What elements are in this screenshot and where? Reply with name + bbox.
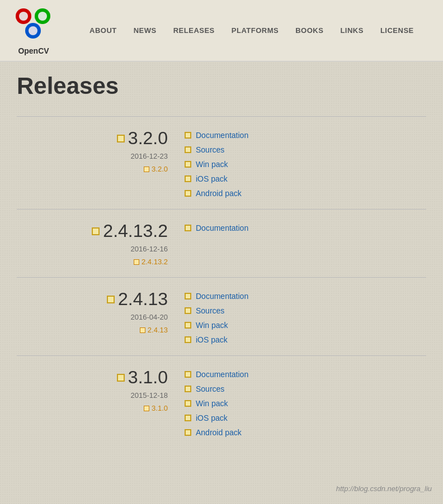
svg-point-3 <box>38 12 47 21</box>
link-icon <box>185 386 191 392</box>
nav-item-releases[interactable]: RELEASES <box>173 26 215 35</box>
nav-item-license[interactable]: LICENSE <box>380 26 414 35</box>
tag-label: 3.2.0 <box>152 165 168 173</box>
nav-item-about[interactable]: ABOUT <box>89 26 117 35</box>
link-icon <box>185 307 191 314</box>
release-left: 2.4.13.22016-12-162.4.13.2 <box>17 221 185 266</box>
link-icon <box>185 371 191 378</box>
release-link-sources[interactable]: Sources <box>185 145 426 154</box>
tag-icon <box>144 406 149 411</box>
link-icon <box>185 225 191 231</box>
link-label: iOS pack <box>196 174 228 183</box>
release-row: 2.4.132016-04-202.4.13DocumentationSourc… <box>17 277 426 355</box>
link-icon <box>185 415 191 421</box>
tag-label: 2.4.13 <box>148 326 168 334</box>
release-link-android-pack[interactable]: Android pack <box>185 189 426 198</box>
link-icon <box>185 161 191 168</box>
link-icon <box>185 400 191 407</box>
release-version: 3.1.0 <box>117 367 168 388</box>
release-left: 3.1.02015-12-183.1.0 <box>17 367 185 437</box>
version-icon <box>107 296 115 303</box>
version-icon <box>92 227 100 235</box>
release-row: 2.4.13.22016-12-162.4.13.2Documentation <box>17 209 426 277</box>
link-icon <box>185 336 191 343</box>
version-icon <box>117 135 125 142</box>
page-content: Releases 3.2.02016-12-233.2.0Documentati… <box>0 61 443 459</box>
release-left: 2.4.132016-04-202.4.13 <box>17 289 185 344</box>
watermark: http://blog.csdn.net/progra_liu <box>336 484 432 493</box>
release-version: 2.4.13.2 <box>92 221 168 241</box>
tag-icon <box>140 327 145 333</box>
release-right: DocumentationSourcesWin packiOS packAndr… <box>185 367 426 437</box>
link-label: Sources <box>196 306 224 315</box>
release-link-sources[interactable]: Sources <box>185 306 426 315</box>
release-tag[interactable]: 3.1.0 <box>144 404 168 412</box>
link-icon <box>185 190 191 197</box>
logo-text: OpenCV <box>18 46 49 55</box>
release-row: 3.1.02015-12-183.1.0DocumentationSources… <box>17 355 426 448</box>
version-number: 2.4.13 <box>118 289 168 310</box>
version-number: 3.1.0 <box>128 367 168 388</box>
link-label: Android pack <box>196 189 242 198</box>
releases-container: 3.2.02016-12-233.2.0DocumentationSources… <box>17 116 426 448</box>
release-link-ios-pack[interactable]: iOS pack <box>185 174 426 183</box>
nav-item-books[interactable]: BOOKS <box>295 26 323 35</box>
svg-point-5 <box>29 26 37 35</box>
link-label: Documentation <box>196 224 248 232</box>
link-icon <box>185 429 191 436</box>
release-date: 2016-04-20 <box>131 313 168 321</box>
release-link-documentation[interactable]: Documentation <box>185 131 426 140</box>
tag-icon <box>144 167 149 172</box>
nav-item-platforms[interactable]: PLATFORMS <box>232 26 279 35</box>
link-label: Win pack <box>196 399 228 408</box>
release-right: Documentation <box>185 221 426 266</box>
release-date: 2015-12-18 <box>131 391 168 400</box>
release-version: 2.4.13 <box>107 289 168 310</box>
link-label: Win pack <box>196 160 228 169</box>
release-date: 2016-12-16 <box>131 245 168 253</box>
release-row: 3.2.02016-12-233.2.0DocumentationSources… <box>17 116 426 209</box>
link-label: iOS pack <box>196 335 228 344</box>
release-version: 3.2.0 <box>117 128 168 149</box>
release-left: 3.2.02016-12-233.2.0 <box>17 128 185 198</box>
site-header: OpenCV ABOUTNEWSRELEASESPLATFORMSBOOKSLI… <box>0 0 443 61</box>
link-label: Win pack <box>196 321 228 330</box>
logo-area: OpenCV <box>11 6 56 55</box>
release-link-win-pack[interactable]: Win pack <box>185 321 426 330</box>
link-icon <box>185 146 191 153</box>
release-link-win-pack[interactable]: Win pack <box>185 399 426 408</box>
release-link-android-pack[interactable]: Android pack <box>185 428 426 437</box>
release-tag[interactable]: 2.4.13.2 <box>134 258 168 266</box>
main-nav: ABOUTNEWSRELEASESPLATFORMSBOOKSLINKSLICE… <box>89 26 414 35</box>
link-label: Sources <box>196 145 224 154</box>
nav-item-links[interactable]: LINKS <box>340 26 364 35</box>
tag-label: 2.4.13.2 <box>142 258 168 266</box>
svg-point-1 <box>19 12 28 21</box>
version-number: 2.4.13.2 <box>103 221 168 241</box>
link-label: Documentation <box>196 131 248 140</box>
release-link-documentation[interactable]: Documentation <box>185 370 426 379</box>
release-link-ios-pack[interactable]: iOS pack <box>185 335 426 344</box>
version-number: 3.2.0 <box>128 128 168 149</box>
release-right: DocumentationSourcesWin packiOS pack <box>185 289 426 344</box>
link-icon <box>185 322 191 329</box>
release-link-win-pack[interactable]: Win pack <box>185 160 426 169</box>
link-label: Documentation <box>196 370 248 379</box>
link-icon <box>185 175 191 182</box>
link-icon <box>185 293 191 299</box>
link-icon <box>185 132 191 139</box>
tag-icon <box>134 259 139 265</box>
nav-item-news[interactable]: NEWS <box>134 26 157 35</box>
page-title: Releases <box>17 73 426 99</box>
release-right: DocumentationSourcesWin packiOS packAndr… <box>185 128 426 198</box>
tag-label: 3.1.0 <box>152 404 168 412</box>
release-link-ios-pack[interactable]: iOS pack <box>185 413 426 422</box>
release-tag[interactable]: 2.4.13 <box>140 326 168 334</box>
release-link-documentation[interactable]: Documentation <box>185 292 426 301</box>
release-link-sources[interactable]: Sources <box>185 384 426 393</box>
link-label: Sources <box>196 384 224 393</box>
release-date: 2016-12-23 <box>131 152 168 160</box>
version-icon <box>117 374 125 382</box>
release-tag[interactable]: 3.2.0 <box>144 165 168 173</box>
release-link-documentation[interactable]: Documentation <box>185 224 426 232</box>
